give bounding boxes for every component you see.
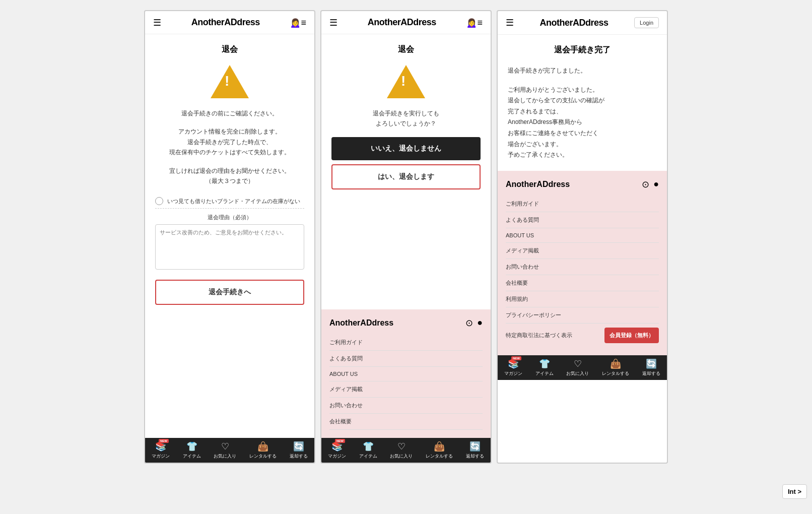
page-title-2: 退会	[331, 44, 481, 55]
nav-return-2[interactable]: 🔄 返却する	[466, 441, 484, 460]
nav-item-1[interactable]: 👕 アイテム	[183, 441, 201, 460]
nav-item-2[interactable]: 👕 アイテム	[359, 441, 377, 460]
warning-icon-wrap-2	[331, 65, 481, 98]
user-account-icon-2[interactable]: 🙍‍♀️≡	[466, 18, 483, 27]
return-icon-1: 🔄	[293, 441, 304, 452]
nav-label-fav-2: お気に入り	[390, 453, 413, 460]
footer-nav-2: NEW 📚 マガジン 👕 アイテム ♡ お気に入り 👜 レンタルする 🔄 返却す…	[321, 438, 491, 463]
logo-1: AnotherADdress	[191, 17, 260, 28]
radio-label-1: いつ見ても借りたいブランド・アイテムの在庫がない	[167, 198, 300, 205]
login-button[interactable]: Login	[634, 17, 659, 28]
reason-textarea[interactable]	[155, 224, 304, 270]
nav-label-rental-1: レンタルする	[249, 453, 277, 460]
user-account-icon[interactable]: 🙍‍♀️≡	[290, 18, 306, 27]
footer-link-company-3[interactable]: 会社概要	[506, 275, 659, 291]
radio-option-1[interactable]: いつ見ても借りたいブランド・アイテムの在庫がない	[155, 194, 304, 209]
footer-social-3: ⊙ ●	[642, 179, 659, 190]
nav-item-3[interactable]: 👕 アイテム	[535, 358, 554, 377]
footer-brand-row-2: AnotherADdress ⊙ ●	[329, 317, 483, 329]
footer-brand-2: AnotherADdress	[329, 318, 393, 328]
completion-line1: 退会手続きが完了しました。	[508, 66, 657, 77]
nav-magazine-3[interactable]: NEW 📚 マガジン	[504, 358, 522, 377]
screen3-frame: ☰ AnotherADdress Login 退会手続き完了 退会手続きが完了し…	[497, 10, 668, 464]
rental-icon-1: 👜	[257, 441, 268, 452]
nav-magazine-2[interactable]: NEW 📚 マガジン	[328, 441, 346, 460]
proceed-button[interactable]: 退会手続きへ	[155, 280, 304, 305]
nav-label-rental-3: レンタルする	[602, 370, 629, 377]
item-icon-2: 👕	[363, 441, 374, 452]
menu-icon-2[interactable]: ☰	[329, 18, 337, 27]
footer-link-privacy-3[interactable]: プライバシーポリシー	[506, 307, 659, 324]
btn-yes[interactable]: はい、退会します	[331, 164, 481, 189]
warning-icon-wrap-1	[155, 65, 304, 98]
screen2-content: 退会 退会手続きを実行してもよろしいでしょうか？ いいえ、退会しません はい、退…	[321, 34, 491, 309]
signup-button[interactable]: 会員登録（無料）	[604, 328, 659, 343]
nav-label-return-1: 返却する	[290, 453, 308, 460]
btn-no[interactable]: いいえ、退会しません	[331, 137, 481, 160]
required-label: 退会理由（必須）	[155, 214, 304, 221]
nav-badge-2: NEW	[335, 439, 345, 443]
footer-brand-3: AnotherADdress	[506, 180, 570, 189]
footer-link-guide-2[interactable]: ご利用ガイド	[329, 335, 483, 351]
radio-circle-1	[155, 197, 163, 205]
nav-rental-3[interactable]: 👜 レンタルする	[602, 358, 629, 377]
nav-badge-1: NEW	[159, 439, 169, 443]
nav-label-return-3: 返却する	[642, 370, 660, 377]
menu-icon-3[interactable]: ☰	[506, 18, 514, 27]
footer-link-contact-2[interactable]: お問い合わせ	[329, 398, 483, 414]
favorite-icon-2: ♡	[397, 441, 405, 452]
info-text-1a: 退会手続きの前にご確認ください。	[155, 108, 304, 118]
nav-label-rental-2: レンタルする	[426, 453, 453, 460]
nav-return-1[interactable]: 🔄 返却する	[290, 441, 308, 460]
corner-badge: Int >	[782, 484, 807, 499]
footer-link-about-2[interactable]: ABOUT US	[329, 367, 483, 381]
instagram-icon-3[interactable]: ⊙	[642, 179, 649, 190]
nav-return-3[interactable]: 🔄 返却する	[642, 358, 660, 377]
menu-icon[interactable]: ☰	[153, 18, 161, 27]
nav-label-magazine-1: マガジン	[152, 453, 170, 460]
instagram-icon-2[interactable]: ⊙	[465, 317, 473, 329]
header-3: ☰ AnotherADdress Login	[498, 11, 667, 35]
footer-nav-3: NEW 📚 マガジン 👕 アイテム ♡ お気に入り 👜 レンタルする 🔄 返却す…	[498, 355, 667, 380]
footer-social-2: ⊙ ●	[465, 317, 483, 329]
nav-label-item-2: アイテム	[359, 453, 377, 460]
footer-link-company-2[interactable]: 会社概要	[329, 414, 483, 430]
nav-rental-1[interactable]: 👜 レンタルする	[249, 441, 277, 460]
item-icon-3: 👕	[539, 358, 550, 369]
footer-brand-row-3: AnotherADdress ⊙ ●	[506, 179, 659, 190]
screen3-content: 退会手続き完了 退会手続きが完了しました。 ご利用ありがとうございました。退会し…	[498, 35, 667, 171]
completion-line2: ご利用ありがとうございました。退会してから全ての支払いの確認が完了されるまでは、…	[508, 85, 657, 161]
return-icon-3: 🔄	[646, 358, 657, 369]
favorite-icon-1: ♡	[221, 441, 229, 452]
screen1-frame: ☰ AnotherADdress 🙍‍♀️≡ 退会 退会手続きの前にご確認くださ…	[144, 10, 315, 464]
facebook-icon-3[interactable]: ●	[653, 179, 659, 190]
item-icon-1: 👕	[186, 441, 197, 452]
nav-favorite-1[interactable]: ♡ お気に入り	[214, 441, 236, 460]
footer-link-guide-3[interactable]: ご利用ガイド	[506, 196, 659, 212]
completion-text-1: 退会手続きが完了しました。 ご利用ありがとうございました。退会してから全ての支払…	[508, 66, 657, 161]
info-text-1b: アカウント情報を完全に削除します。退会手続きが完了した時点で、現在保有中のチケッ…	[155, 126, 304, 157]
warning-triangle-2	[387, 65, 425, 98]
page-title-1: 退会	[155, 44, 304, 55]
footer-link-terms-3[interactable]: 利用規約	[506, 291, 659, 307]
footer-link-faq-2[interactable]: よくある質問	[329, 351, 483, 367]
nav-badge-3: NEW	[511, 356, 521, 360]
footer-nav-1: NEW 📚 マガジン 👕 アイテム ♡ お気に入り 👜 レンタルする 🔄 返却す…	[145, 438, 314, 463]
nav-favorite-3[interactable]: ♡ お気に入り	[566, 358, 589, 377]
warning-triangle-1	[211, 65, 249, 98]
nav-magazine-1[interactable]: NEW 📚 マガジン	[152, 441, 170, 460]
page-title-3: 退会手続き完了	[508, 45, 657, 55]
footer-link-about-3[interactable]: ABOUT US	[506, 228, 659, 243]
nav-label-item-1: アイテム	[183, 453, 201, 460]
footer-link-media-3[interactable]: メディア掲載	[506, 243, 659, 259]
facebook-icon-2[interactable]: ●	[477, 317, 483, 329]
footer-link-contact-3[interactable]: お問い合わせ	[506, 259, 659, 275]
screen2-frame: ☰ AnotherADdress 🙍‍♀️≡ 退会 退会手続きを実行してもよろし…	[320, 10, 492, 464]
nav-favorite-2[interactable]: ♡ お気に入り	[390, 441, 413, 460]
footer-last-link-3: 特定商取引法に基づく表示	[506, 332, 572, 339]
footer-section-3: AnotherADdress ⊙ ● ご利用ガイド よくある質問 ABOUT U…	[498, 171, 667, 355]
footer-link-media-2[interactable]: メディア掲載	[329, 381, 483, 398]
nav-rental-2[interactable]: 👜 レンタルする	[426, 441, 453, 460]
footer-link-faq-3[interactable]: よくある質問	[506, 212, 659, 228]
favorite-icon-3: ♡	[574, 358, 582, 369]
